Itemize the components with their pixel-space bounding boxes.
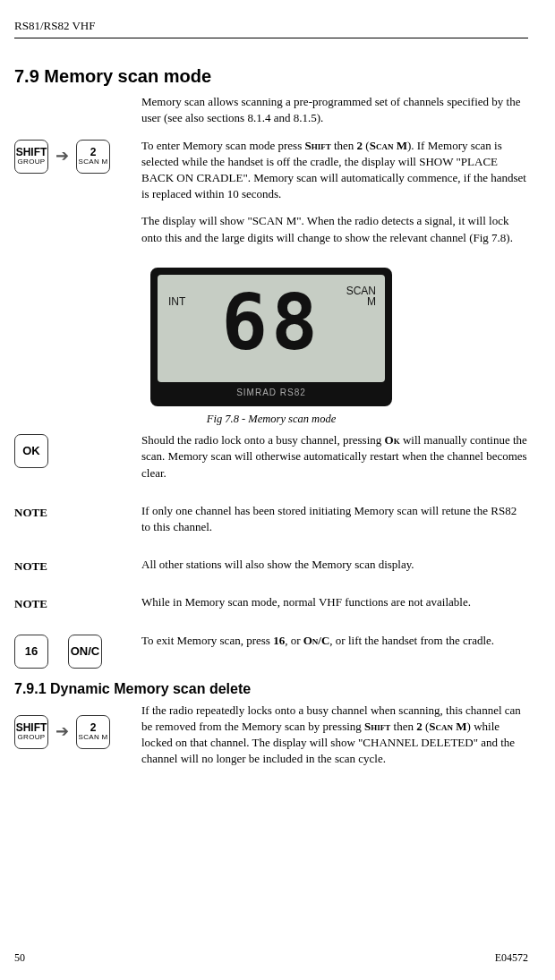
note-label-1: NOTE: [14, 503, 141, 521]
note-label-2: NOTE: [14, 557, 141, 575]
page-number: 50: [14, 950, 25, 966]
lcd-int-label: INT: [168, 294, 185, 310]
section-title: 7.9 Memory scan mode: [14, 64, 528, 89]
lcd-scan-label: SCAN M: [346, 285, 376, 308]
exit-paragraph: To exit Memory scan, press 16, or On/C, …: [141, 633, 528, 649]
note-2: All other stations will also show the Me…: [141, 557, 528, 573]
intro-paragraph: Memory scan allows scanning a pre-progra…: [141, 94, 528, 126]
display-scanm-paragraph: The display will show "SCAN M". When the…: [141, 213, 528, 245]
arrow-right-icon: ➔: [54, 145, 71, 167]
lcd-channel-digits: 68: [221, 275, 321, 376]
exit-keys-margin: 16 ON/C: [14, 633, 141, 669]
note-label-3: NOTE: [14, 594, 141, 612]
two-key-icon-2: 2 SCAN M: [76, 715, 110, 749]
sixteen-key-icon: 16: [14, 635, 48, 669]
note-3: While in Memory scan mode, normal VHF fu…: [141, 594, 528, 610]
doc-code: E04572: [495, 950, 528, 966]
two-key-icon: 2 SCAN M: [76, 140, 110, 174]
key-sequence-shift-2: SHIFT GROUP ➔ 2 SCAN M: [14, 138, 141, 174]
figure-7-8: INT SCAN M 68 SIMRAD RS82 Fig 7.8 - Memo…: [14, 268, 528, 428]
shift-key-icon: SHIFT GROUP: [14, 140, 48, 174]
shift-key-icon-2: SHIFT GROUP: [14, 715, 48, 749]
lcd-screen: INT SCAN M 68: [158, 275, 385, 382]
dynamic-delete-paragraph: If the radio repeatedly locks onto a bus…: [141, 703, 528, 768]
subsection-title: 7.9.1 Dynamic Memory scan delete: [14, 679, 528, 699]
header-model: RS81/RS82 VHF: [14, 18, 528, 34]
ok-paragraph: Should the radio lock onto a busy channe…: [141, 432, 528, 481]
device-brand-label: SIMRAD RS82: [158, 382, 385, 405]
note-1: If only one channel has been stored init…: [141, 503, 528, 535]
ok-key-margin: OK: [14, 432, 141, 468]
key-sequence-shift-2-b: SHIFT GROUP ➔ 2 SCAN M: [14, 703, 141, 749]
figure-caption: Fig 7.8 - Memory scan mode: [14, 412, 528, 428]
ok-key-icon: OK: [14, 434, 48, 468]
onc-key-icon: ON/C: [68, 635, 102, 669]
arrow-right-icon-2: ➔: [54, 720, 71, 743]
device-frame: INT SCAN M 68 SIMRAD RS82: [150, 268, 392, 406]
header-rule: [14, 38, 528, 38]
enter-memory-paragraph: To enter Memory scan mode press Shift th…: [141, 138, 528, 203]
